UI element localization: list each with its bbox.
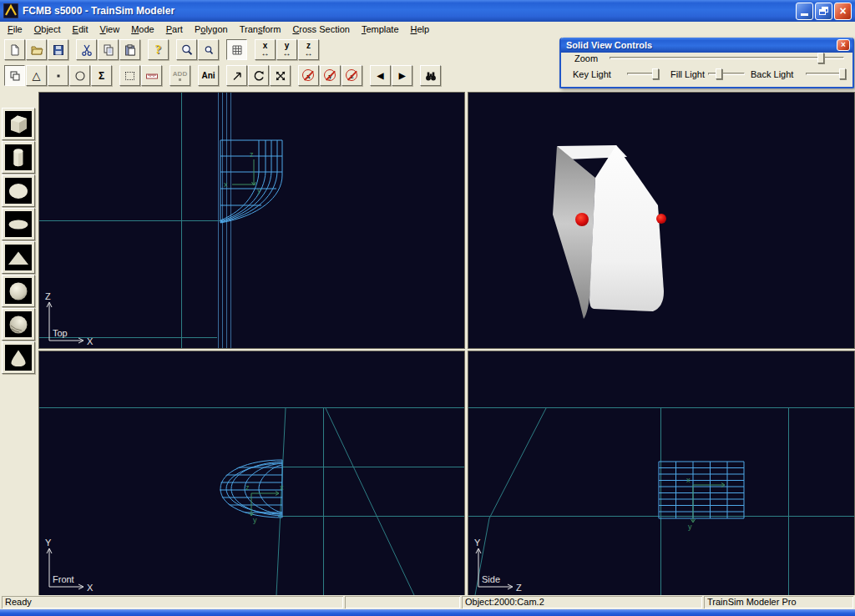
zoom-slider[interactable] [610,53,844,63]
menu-transform[interactable]: Transform [234,23,287,35]
left-triangle-icon: ◀ [377,72,384,80]
new-button[interactable] [4,39,25,60]
scissors-icon [80,43,94,57]
svg-text:x: x [224,180,228,189]
menu-file[interactable]: File [2,23,28,35]
tool-sphere[interactable] [2,275,35,307]
open-folder-icon [30,43,43,57]
menu-edit[interactable]: Edit [67,23,94,35]
svg-text:x: x [686,476,691,484]
menu-view[interactable]: View [94,23,126,35]
app-icon [3,3,18,18]
object-mode-button[interactable] [4,65,25,86]
slider-track[interactable] [708,73,745,75]
axis-x-button[interactable]: x↔ [255,39,276,60]
spline-mode-button[interactable]: Σ [91,65,112,86]
close-button[interactable]: × [834,3,852,20]
point-icon [52,69,65,83]
save-button[interactable] [48,39,68,60]
vertical-axis-label: Y [45,538,52,548]
polygon-mode-button[interactable]: △ [26,65,47,86]
axis-z-button[interactable]: z↔ [298,39,319,60]
view-axis-indicator: Y Front X [45,538,94,593]
copy-icon [102,43,115,57]
title-bar[interactable]: FCMB s5000 - TrainSim Modeler × [0,0,855,22]
lock-y-button[interactable]: y [320,65,341,86]
tool-cylinder[interactable] [2,141,35,174]
slider-thumb[interactable] [839,68,846,79]
slider-thumb[interactable] [652,68,659,79]
viewport-label: Side [482,574,500,584]
dialog-close-button[interactable]: × [837,39,850,51]
horizontal-axis-label: Z [516,583,522,593]
fill-light-slider[interactable] [708,68,745,79]
cone-icon [5,345,32,371]
slider-thumb[interactable] [716,68,722,79]
menu-mode[interactable]: Mode [125,23,160,35]
help-button[interactable]: ? [148,39,169,60]
copy-button[interactable] [98,39,119,60]
zoom-in-button[interactable] [176,39,197,60]
grid-icon [230,43,244,57]
tool-box[interactable] [2,108,35,140]
tool-flat-ellipsoid[interactable] [2,208,35,240]
axis-y-button[interactable]: y↔ [276,39,297,60]
marquee-icon [125,72,134,80]
close-icon: × [841,40,846,49]
back-light-slider[interactable] [806,68,844,79]
animation-button[interactable]: Ani [198,65,219,86]
triangle-icon: △ [33,70,41,81]
slider-thumb[interactable] [817,53,824,63]
scale-button[interactable] [270,65,291,86]
next-button[interactable]: ▶ [392,65,412,86]
vertical-axis-label: Z [45,291,51,301]
viewport-front[interactable]: z x y Y Front X [38,351,465,596]
rotate-button[interactable] [248,65,269,86]
menu-help[interactable]: Help [405,23,436,35]
dialog-title-bar[interactable]: Solid View Controls × [561,38,852,53]
menu-object[interactable]: Object [28,23,67,35]
circle-icon [73,69,87,83]
viewport-top[interactable]: z x y Z Top X [38,92,465,349]
viewport-side[interactable]: x y Y Side Z [468,351,855,596]
status-bar: Ready Object:2000:Cam.2 TrainSim Modeler… [0,595,855,609]
paste-button[interactable] [119,39,140,60]
window-title: FCMB s5000 - TrainSim Modeler [23,5,796,17]
menu-template[interactable]: Template [356,23,405,35]
measure-button[interactable] [141,65,162,86]
minimize-button[interactable] [796,3,813,20]
box-icon [5,111,32,137]
menu-part[interactable]: Part [160,23,189,35]
cut-button[interactable] [76,39,97,60]
lock-x-button[interactable]: x [298,65,319,86]
solid-view-controls-dialog[interactable]: Solid View Controls × Zoom Key Light Fil… [559,38,854,88]
restore-button[interactable] [815,3,832,20]
light-marker-right [656,214,666,224]
zoom-out-button[interactable] [198,39,219,60]
tool-ellipsoid[interactable] [2,174,35,207]
tool-wedge[interactable] [2,241,35,274]
vertex-mode-button[interactable] [69,65,90,86]
menu-polygon[interactable]: Polygon [189,23,234,35]
slider-track[interactable] [610,57,844,59]
tool-cone[interactable] [2,341,35,374]
move-button[interactable] [226,65,247,86]
dialog-body: Zoom Key Light Fill Light Back Light [561,53,852,87]
key-light-slider[interactable] [627,68,657,79]
menu-cross-section[interactable]: Cross Section [286,23,355,35]
svg-text:y: y [688,523,692,531]
lock-z-button[interactable]: z [341,65,362,86]
select-marquee-button[interactable] [119,65,140,86]
viewport-solid[interactable] [468,92,855,349]
grid-toggle-button[interactable] [226,39,247,60]
overlapping-squares-icon [8,69,22,83]
point-mode-button[interactable] [48,65,68,86]
find-button[interactable] [420,65,441,86]
horizontal-axis-label: X [87,336,94,346]
svg-text:y: y [253,516,257,524]
no-y-icon: y [323,68,337,83]
previous-button[interactable]: ◀ [370,65,391,86]
open-button[interactable] [26,39,47,60]
fill-light-label: Fill Light [670,69,705,79]
tool-geosphere[interactable] [2,308,35,341]
